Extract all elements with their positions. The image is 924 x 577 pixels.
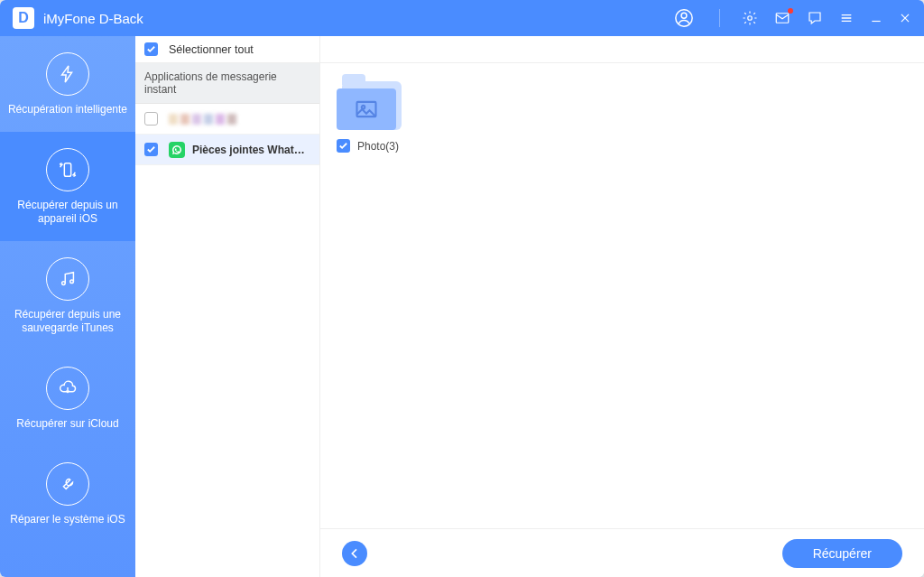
recover-button[interactable]: Récupérer (782, 539, 902, 568)
whatsapp-icon (169, 142, 185, 158)
folder-label-text: Photo(3) (357, 140, 399, 153)
folder-photo[interactable]: Photo(3) (337, 78, 409, 153)
select-all-checkbox[interactable] (144, 42, 158, 56)
folder-icon (337, 78, 402, 130)
svg-point-5 (62, 282, 66, 285)
mail-icon[interactable] (774, 10, 790, 26)
account-icon[interactable] (674, 8, 694, 28)
sidebar-item-label: Récupérer sur iCloud (7, 417, 128, 432)
app-title: iMyFone D-Back (43, 11, 143, 26)
close-icon[interactable] (899, 12, 911, 24)
wrench-icon (46, 462, 89, 506)
svg-point-1 (681, 13, 687, 18)
lightning-icon (46, 52, 89, 96)
group-header: Applications de messagerie instant (135, 63, 319, 104)
folder-checkbox[interactable] (337, 139, 350, 153)
content-panel: Photo(3) Récupérer (320, 36, 924, 577)
sidebar-item-label: Récupérer depuis une sauvegarde iTunes (7, 308, 128, 336)
sidebar-item-label: Récupérer depuis un appareil iOS (7, 199, 128, 227)
svg-rect-4 (64, 163, 70, 176)
app-body: Récupération intelligente Récupérer depu… (0, 36, 924, 577)
folder-label-row: Photo(3) (337, 139, 409, 153)
music-note-icon (46, 257, 89, 301)
item-checkbox[interactable] (144, 112, 158, 126)
blurred-item-placeholder (169, 114, 236, 125)
list-item[interactable] (135, 104, 319, 135)
sidebar-item-recover-itunes[interactable]: Récupérer depuis une sauvegarde iTunes (0, 241, 135, 350)
minimize-icon[interactable] (870, 12, 882, 24)
sidebar-item-recover-icloud[interactable]: Récupérer sur iCloud (0, 350, 135, 446)
app-window: D iMyFone D-Back (0, 0, 924, 577)
app-logo: D (13, 7, 34, 29)
item-label: Pièces jointes WhatsApp (3) (192, 144, 310, 156)
feedback-icon[interactable] (807, 10, 823, 26)
list-item-whatsapp-attachments[interactable]: Pièces jointes WhatsApp (3) (135, 135, 319, 165)
sidebar: Récupération intelligente Récupérer depu… (0, 36, 135, 577)
cloud-download-icon (46, 367, 89, 410)
sidebar-item-repair-ios[interactable]: Réparer le système iOS (0, 446, 135, 542)
gear-icon[interactable] (742, 10, 758, 26)
svg-point-2 (748, 16, 753, 21)
svg-rect-3 (776, 14, 789, 23)
svg-point-6 (70, 280, 74, 284)
sidebar-item-label: Récupération intelligente (7, 103, 128, 117)
back-button[interactable] (342, 541, 367, 566)
titlebar: D iMyFone D-Back (0, 0, 924, 36)
select-all-label: Sélectionner tout (169, 43, 254, 56)
sidebar-item-recover-ios-device[interactable]: Récupérer depuis un appareil iOS (0, 132, 135, 241)
notification-dot (788, 8, 793, 14)
footer: Récupérer (320, 528, 924, 577)
sidebar-item-label: Réparer le système iOS (7, 513, 128, 527)
sidebar-item-smart-recovery[interactable]: Récupération intelligente (0, 36, 135, 132)
content-main: Photo(3) (320, 63, 924, 528)
titlebar-icons (674, 8, 911, 28)
item-checkbox[interactable] (144, 143, 158, 156)
select-all-row[interactable]: Sélectionner tout (135, 36, 319, 63)
file-type-list: Sélectionner tout Applications de messag… (135, 36, 320, 577)
content-toolbar (320, 36, 924, 63)
menu-icon[interactable] (839, 11, 854, 25)
phone-refresh-icon (46, 148, 89, 191)
